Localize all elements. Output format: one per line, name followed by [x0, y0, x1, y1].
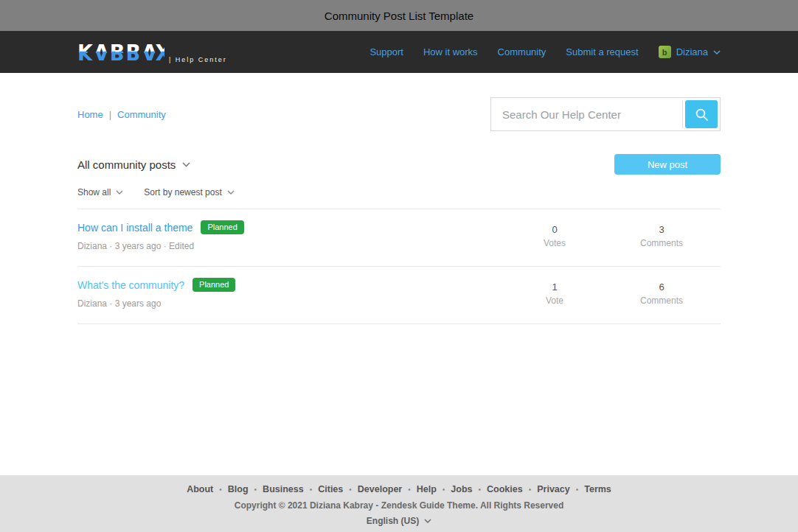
- breadcrumb-home-link[interactable]: Home: [77, 109, 103, 120]
- posts-heading-dropdown[interactable]: All community posts: [77, 158, 190, 171]
- footer-link[interactable]: Help: [417, 484, 437, 494]
- post-title-link[interactable]: What's the community?: [77, 279, 184, 291]
- window-titlebar: Community Post List Template: [0, 0, 798, 31]
- votes-count: 0: [507, 224, 603, 235]
- comments-count: 6: [603, 281, 721, 293]
- nav-link[interactable]: Support: [369, 46, 403, 57]
- copyright-text: Copyright © 2021 Diziana Kabray - Zendes…: [0, 500, 798, 511]
- post-status-badge: Planned: [192, 278, 235, 292]
- logo-link[interactable]: KABRAY KABRAY | Help Center: [77, 38, 227, 66]
- post-list: How can I install a theme Planned Dizian…: [77, 209, 721, 324]
- breadcrumb: Home | Community: [77, 109, 166, 120]
- bullet-separator: •: [576, 486, 579, 494]
- bullet-separator: •: [529, 486, 532, 494]
- post-votes: 0 Votes: [507, 220, 603, 248]
- sort-filter-dropdown[interactable]: Sort by newest post: [144, 187, 234, 197]
- main-nav: Support How it works Community Submit a …: [369, 46, 638, 57]
- brand-logo: KABRAY KABRAY: [77, 38, 164, 66]
- site-header: KABRAY KABRAY | Help Center Support How …: [0, 31, 798, 73]
- search-icon: [695, 108, 709, 122]
- breadcrumb-community-link[interactable]: Community: [117, 109, 166, 120]
- footer-link[interactable]: Jobs: [451, 484, 472, 494]
- footer-link[interactable]: Blog: [228, 484, 249, 494]
- bullet-separator: •: [219, 486, 222, 494]
- post-meta: Diziana · 3 years ago · Edited: [77, 241, 507, 251]
- search-box: [490, 97, 721, 131]
- post-meta: Diziana · 3 years ago: [77, 298, 507, 309]
- bullet-separator: •: [479, 486, 482, 494]
- posts-heading-label: All community posts: [77, 158, 176, 171]
- window-title: Community Post List Template: [325, 10, 473, 22]
- post-votes: 1 Vote: [507, 278, 603, 306]
- comments-label: Comments: [603, 295, 721, 306]
- votes-count: 1: [507, 281, 603, 293]
- bullet-separator: •: [254, 486, 257, 494]
- comments-label: Comments: [603, 238, 721, 248]
- bullet-separator: •: [349, 486, 352, 494]
- search-button[interactable]: [685, 100, 718, 128]
- new-post-button[interactable]: New post: [614, 154, 721, 175]
- site-footer: About • Blog • Business • Cities • Devel…: [0, 475, 798, 532]
- brand-tagline: | Help Center: [169, 56, 227, 63]
- post-title-link[interactable]: How can I install a theme: [77, 222, 192, 234]
- chevron-down-icon: [182, 162, 190, 167]
- user-name: Diziana: [676, 46, 708, 57]
- votes-label: Votes: [507, 238, 603, 248]
- language-label: English (US): [367, 516, 419, 526]
- footer-links: About • Blog • Business • Cities • Devel…: [0, 484, 798, 494]
- sort-filter-label: Sort by newest post: [144, 187, 221, 197]
- show-filter-label: Show all: [77, 187, 111, 197]
- footer-link[interactable]: Terms: [584, 484, 611, 494]
- footer-link[interactable]: About: [187, 484, 213, 494]
- bullet-separator: •: [443, 486, 445, 494]
- nav-link[interactable]: Community: [498, 46, 547, 57]
- post-comments: 6 Comments: [603, 278, 721, 306]
- bullet-separator: •: [310, 486, 313, 494]
- post-row: What's the community? Planned Diziana · …: [77, 267, 721, 324]
- nav-link[interactable]: Submit a request: [566, 46, 638, 57]
- post-row: How can I install a theme Planned Dizian…: [77, 209, 721, 267]
- bullet-separator: •: [408, 486, 411, 494]
- chevron-down-icon: [227, 190, 235, 195]
- post-status-badge: Planned: [201, 220, 243, 234]
- user-menu[interactable]: b Diziana: [659, 46, 721, 58]
- footer-link[interactable]: Privacy: [537, 484, 569, 494]
- comments-count: 3: [603, 224, 721, 235]
- chevron-down-icon: [713, 50, 721, 55]
- chevron-down-icon: [116, 190, 123, 195]
- show-filter-dropdown[interactable]: Show all: [77, 187, 123, 197]
- footer-link[interactable]: Cookies: [487, 484, 523, 494]
- nav-link[interactable]: How it works: [423, 46, 478, 57]
- footer-link[interactable]: Business: [263, 484, 304, 494]
- post-comments: 3 Comments: [603, 220, 721, 248]
- main-content: Home | Community All community posts New…: [0, 73, 798, 475]
- chevron-down-icon: [424, 519, 431, 523]
- footer-link[interactable]: Developer: [358, 484, 402, 494]
- votes-label: Vote: [507, 295, 603, 306]
- breadcrumb-separator: |: [109, 109, 111, 120]
- footer-link[interactable]: Cities: [318, 484, 343, 494]
- language-selector[interactable]: English (US): [367, 516, 431, 526]
- search-input[interactable]: [493, 100, 683, 128]
- user-avatar-icon: b: [659, 46, 671, 58]
